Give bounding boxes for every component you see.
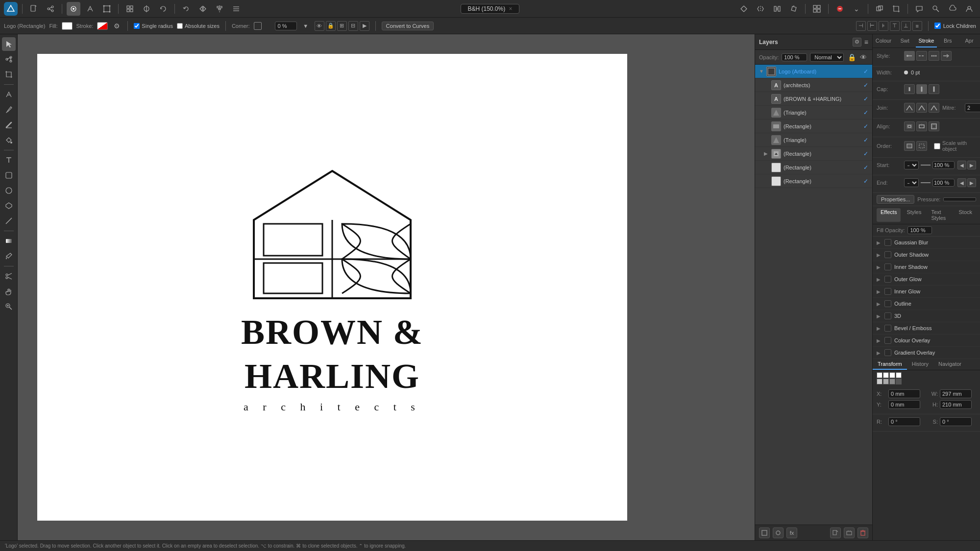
- join-round-btn[interactable]: [916, 103, 927, 113]
- effects-tab-effects[interactable]: Effects: [877, 208, 901, 222]
- visibility-icon[interactable]: 👁: [315, 21, 324, 31]
- effects-tab-text-styles[interactable]: Text Styles: [927, 208, 953, 222]
- group-icon[interactable]: ⊞: [337, 21, 347, 31]
- start-arrow-left-btn[interactable]: ◀: [957, 161, 966, 169]
- red-circle-icon[interactable]: [833, 2, 847, 16]
- cap-round-btn[interactable]: [916, 84, 927, 94]
- gaussian-check[interactable]: [884, 239, 891, 246]
- effect-3d[interactable]: ▶ 3D: [873, 310, 980, 322]
- transform-tab-transform[interactable]: Transform: [873, 359, 907, 370]
- distribute-icon[interactable]: [770, 2, 784, 16]
- distribute-h-icon[interactable]: ≡: [912, 21, 922, 31]
- lock-children-checkbox[interactable]: [934, 23, 941, 29]
- layer-item-rect-white-2[interactable]: (Rectangle) ✓: [755, 174, 872, 188]
- single-radius-checkbox[interactable]: Single radius: [134, 23, 173, 29]
- join-miter-btn[interactable]: [904, 103, 915, 113]
- layers-lock-icon[interactable]: 🔒: [847, 52, 857, 62]
- line-tool[interactable]: [2, 214, 16, 228]
- end-arrow-select[interactable]: —: [904, 178, 919, 187]
- tab-swt[interactable]: Swt: [894, 34, 916, 48]
- chat-icon[interactable]: [912, 2, 926, 16]
- scale-with-object-input[interactable]: [934, 143, 940, 149]
- layers-visibility-icon[interactable]: 👁: [858, 52, 868, 62]
- style-arrow-btn[interactable]: [941, 51, 952, 61]
- inner-shadow-expand[interactable]: ▶: [877, 264, 882, 270]
- colour-overlay-expand[interactable]: ▶: [877, 338, 882, 343]
- shape-tool[interactable]: [2, 168, 16, 182]
- bevel-expand[interactable]: ▶: [877, 326, 882, 331]
- start-arrow-right-btn[interactable]: ▶: [967, 161, 976, 169]
- layer-item-rect-complex[interactable]: ▶ (Rectangle) ✓: [755, 147, 872, 161]
- user-icon[interactable]: [962, 2, 976, 16]
- y-input[interactable]: [888, 400, 920, 409]
- convert-to-curves-button[interactable]: Convert to Curves: [382, 22, 434, 30]
- style-solid-btn[interactable]: [904, 51, 915, 61]
- hand-tool[interactable]: [2, 285, 16, 298]
- r-input[interactable]: [888, 417, 920, 426]
- align-right-icon[interactable]: ⊧: [879, 21, 888, 31]
- corner-type-icon-2[interactable]: [263, 22, 271, 30]
- h-input[interactable]: [940, 400, 972, 409]
- corner-type-icon-1[interactable]: [254, 22, 262, 30]
- stroke-swatch[interactable]: [97, 22, 108, 30]
- inner-shadow-check[interactable]: [884, 264, 891, 270]
- share-icon[interactable]: [44, 2, 57, 16]
- tab-brs[interactable]: Brs: [937, 34, 958, 48]
- mitre-value-input[interactable]: [965, 103, 980, 112]
- align-center-btn[interactable]: [916, 121, 927, 131]
- effect-gaussian-blur[interactable]: ▶ Gaussian Blur: [873, 237, 980, 249]
- canvas-area[interactable]: BROWN & HARLING a r c h i t e c t s: [18, 34, 755, 540]
- new-file-icon[interactable]: [27, 2, 41, 16]
- crop-tool[interactable]: [2, 68, 16, 81]
- text-tool[interactable]: [2, 153, 16, 167]
- corner-value-input[interactable]: [275, 22, 297, 30]
- effect-inner-glow[interactable]: ▶ Inner Glow: [873, 286, 980, 298]
- 3d-expand[interactable]: ▶: [877, 313, 882, 319]
- order-dash-btn[interactable]: [916, 141, 927, 151]
- lock-icon[interactable]: 🔒: [326, 21, 336, 31]
- flip-h-icon[interactable]: [196, 2, 210, 16]
- pointer-tool[interactable]: [2, 37, 16, 51]
- colour-overlay-check[interactable]: [884, 337, 891, 344]
- pen-tool[interactable]: [2, 88, 16, 101]
- fill-opacity-input[interactable]: [907, 226, 932, 234]
- layer-item-triangle-1[interactable]: (Triangle) ✓: [755, 106, 872, 120]
- lock-children-container[interactable]: Lock Children: [934, 23, 976, 29]
- layer-item-rect-white-1[interactable]: (Rectangle) ✓: [755, 161, 872, 174]
- tab-colour[interactable]: Colour: [873, 34, 894, 48]
- fill-swatch[interactable]: [62, 22, 73, 30]
- cap-square-btn[interactable]: [929, 84, 939, 94]
- align-center-icon[interactable]: [213, 2, 226, 16]
- app-logo[interactable]: [4, 2, 18, 16]
- absolute-sizes-checkbox[interactable]: Absolute sizes: [177, 23, 220, 29]
- effect-outline[interactable]: ▶ Outline: [873, 298, 980, 310]
- effects-tab-stock[interactable]: Stock: [955, 208, 976, 222]
- effect-colour-overlay[interactable]: ▶ Colour Overlay: [873, 335, 980, 347]
- add-file-button[interactable]: [830, 527, 841, 538]
- close-tab-icon[interactable]: ×: [509, 5, 513, 12]
- start-arrow-select[interactable]: —: [904, 161, 919, 169]
- style-dash-btn[interactable]: [916, 51, 927, 61]
- more-icon[interactable]: ⌄: [850, 2, 863, 16]
- grid2-icon[interactable]: [810, 2, 824, 16]
- outer-shadow-check[interactable]: [884, 251, 891, 258]
- transform-icon[interactable]: [100, 2, 114, 16]
- add-layer-button[interactable]: [759, 527, 770, 538]
- align-outside-btn[interactable]: [929, 121, 939, 131]
- corner-dropdown-icon[interactable]: ▼: [301, 21, 311, 31]
- 3d-check[interactable]: [884, 312, 891, 319]
- outer-glow-expand[interactable]: ▶: [877, 277, 882, 282]
- absolute-sizes-input[interactable]: [177, 23, 183, 29]
- layers-settings-icon[interactable]: ⚙: [853, 38, 861, 47]
- gradient-overlay-check[interactable]: [884, 349, 891, 356]
- fill-tool[interactable]: [2, 133, 16, 147]
- scissors-tool[interactable]: [2, 269, 16, 283]
- tab-stroke[interactable]: Stroke: [916, 34, 937, 48]
- end-arrow-left-btn[interactable]: ◀: [957, 178, 966, 187]
- symmetry-icon[interactable]: [737, 2, 751, 16]
- effects-tab-styles[interactable]: Styles: [903, 208, 925, 222]
- effect-outer-shadow[interactable]: ▶ Outer Shadow: [873, 249, 980, 261]
- outer-glow-check[interactable]: [884, 276, 891, 283]
- end-arrow-right-btn[interactable]: ▶: [967, 178, 976, 187]
- boolean-icon[interactable]: [873, 2, 886, 16]
